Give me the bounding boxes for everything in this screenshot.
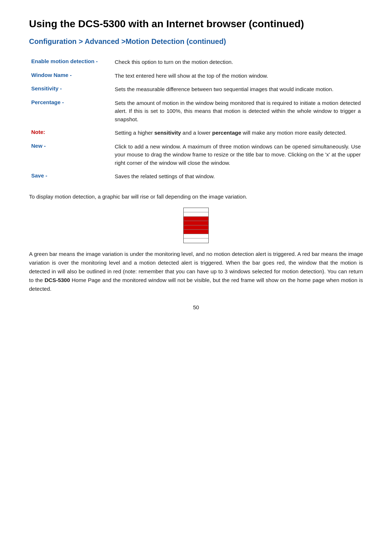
table-row-note: Note: Setting a higher sensitivity and a… bbox=[29, 127, 363, 141]
dcs-model: DCS-5300 bbox=[45, 277, 70, 283]
note-bold2: percentage bbox=[212, 130, 241, 136]
table-row: Sensitivity - Sets the measurable differ… bbox=[29, 83, 363, 97]
bar-row bbox=[184, 208, 208, 212]
term-save: Save - bbox=[29, 171, 113, 184]
bar-row bbox=[184, 212, 208, 217]
page-title: Using the DCS-5300 with an Internet brow… bbox=[29, 17, 363, 30]
term-window-name: Window Name - bbox=[29, 70, 113, 84]
table-row-save: Save - Saves the related settings of tha… bbox=[29, 171, 363, 184]
body-text-1: To display motion detection, a graphic b… bbox=[29, 192, 363, 201]
note-bold1: sensitivity bbox=[154, 130, 181, 136]
body-text-2: A green bar means the image variation is… bbox=[29, 250, 363, 293]
page-number: 50 bbox=[193, 304, 199, 310]
term-percentage: Percentage - bbox=[29, 97, 113, 127]
table-row: Enable motion detection - Check this opt… bbox=[29, 56, 363, 70]
note-text-after: will make any motion more easily detecte… bbox=[241, 130, 347, 136]
table-row: Window Name - The text entered here will… bbox=[29, 70, 363, 84]
body-text-2-after: Home Page and the monitored window will … bbox=[29, 277, 363, 292]
term-enable-motion: Enable motion detection - bbox=[29, 56, 113, 70]
desc-sensitivity: Sets the measurable difference between t… bbox=[113, 83, 363, 97]
term-new: New - bbox=[29, 141, 113, 171]
bar-row bbox=[184, 221, 208, 225]
table-row-new: New - Click to add a new window. A maxim… bbox=[29, 141, 363, 171]
note-text-before: Setting a higher bbox=[115, 130, 154, 136]
term-note: Note: bbox=[29, 127, 113, 141]
graphic-bar-visual bbox=[29, 208, 363, 243]
motion-bar bbox=[183, 208, 209, 243]
definition-table: Enable motion detection - Check this opt… bbox=[29, 56, 363, 184]
desc-window-name: The text entered here will show at the t… bbox=[113, 70, 363, 84]
desc-new: Click to add a new window. A maximum of … bbox=[113, 141, 363, 171]
table-row: Percentage - Sets the amount of motion i… bbox=[29, 97, 363, 127]
bar-row bbox=[184, 238, 208, 243]
bar-row bbox=[184, 234, 208, 238]
desc-enable-motion: Check this option to turn on the motion … bbox=[113, 56, 363, 70]
bar-row bbox=[184, 225, 208, 230]
bar-row bbox=[184, 230, 208, 234]
bar-row bbox=[184, 217, 208, 221]
section-heading: Configuration > Advanced >Motion Detecti… bbox=[29, 37, 363, 46]
term-sensitivity: Sensitivity - bbox=[29, 83, 113, 97]
note-text-middle: and a lower bbox=[181, 130, 212, 136]
desc-percentage: Sets the amount of motion in the window … bbox=[113, 97, 363, 127]
desc-save: Saves the related settings of that windo… bbox=[113, 171, 363, 184]
desc-note: Setting a higher sensitivity and a lower… bbox=[113, 127, 363, 141]
page-footer: 50 bbox=[29, 304, 363, 310]
